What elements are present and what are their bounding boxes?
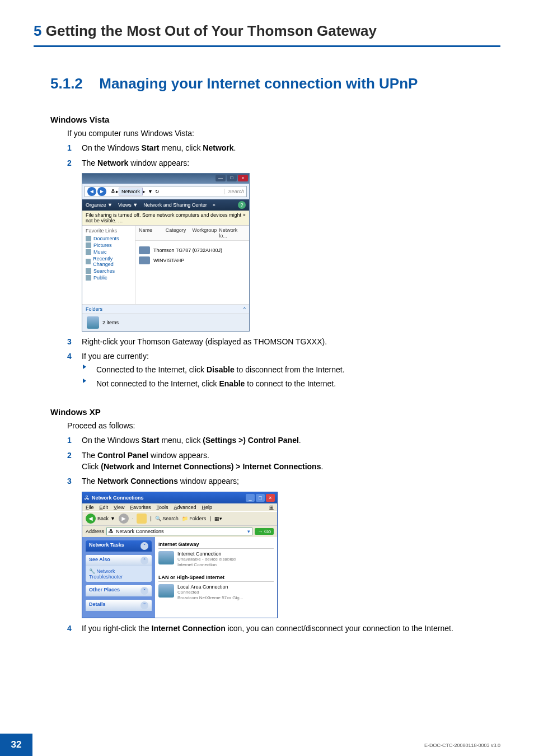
vista-window: — □ x ◄ ► 🖧 ▸ Network ▸ ▼ ↻ Search Organ…	[82, 173, 250, 332]
section-title: 5.1.2 Managing your Internet connection …	[34, 75, 500, 92]
folder-icon	[86, 259, 91, 264]
up-button[interactable]	[137, 514, 147, 524]
sidebar-public[interactable]: Public	[86, 275, 132, 281]
sidebar-recently-changed[interactable]: Recently Changed	[86, 256, 132, 267]
col-workgroup[interactable]: Workgroup	[193, 227, 219, 239]
search-button[interactable]: 🔍 Search	[155, 516, 179, 521]
network-icon: 🖧	[109, 529, 114, 534]
back-button[interactable]: ◄Back ▼	[86, 514, 115, 524]
menu-tools[interactable]: Tools	[156, 505, 168, 510]
xp-screenshot: 🖧 Network Connections _ □ × File Edit Vi…	[82, 492, 500, 618]
menu-view[interactable]: View	[114, 505, 124, 510]
folders-button[interactable]: 📁 Folders	[182, 516, 207, 521]
search-input[interactable]: Search	[224, 189, 244, 194]
favorite-links-heading: Favorite Links	[86, 228, 132, 234]
vista-bullet-2: Not connected to the Internet, click Ena…	[96, 378, 336, 389]
infobar-close-icon[interactable]: ×	[243, 212, 246, 223]
vista-titlebar[interactable]: — □ x	[82, 174, 249, 184]
xp-steps: 1 On the Windows Start menu, click (Sett…	[67, 435, 500, 487]
menu-file[interactable]: File	[86, 505, 94, 510]
lan-connection-item[interactable]: Local Area Connection Connected Broadcom…	[158, 584, 274, 601]
address-field[interactable]: 🖧Network Connections▾	[106, 528, 252, 535]
computer-icon	[139, 256, 150, 264]
panel-see-also[interactable]: See Alsoˆ 🔧 Network Troubleshooter	[86, 555, 152, 582]
svg-marker-0	[83, 365, 86, 369]
xp-titlebar[interactable]: 🖧 Network Connections _ □ ×	[82, 492, 277, 503]
minimize-button[interactable]: —	[216, 175, 226, 181]
chevron-icon[interactable]: ˆ	[140, 557, 148, 564]
col-location[interactable]: Network lo...	[219, 227, 246, 239]
panel-other-places[interactable]: Other Placesˇ	[86, 585, 152, 596]
col-name[interactable]: Name	[139, 227, 166, 239]
windows-flag-icon: ⊞	[269, 505, 274, 510]
window-title: Network Connections	[92, 495, 144, 501]
toolbar-more[interactable]: »	[213, 202, 216, 208]
step-marker: 4	[67, 623, 82, 634]
chevron-icon[interactable]: ˇ	[140, 601, 148, 609]
chapter-text: Getting the Most Out of Your Thomson Gat…	[46, 22, 377, 39]
xp-addressbar: Address 🖧Network Connections▾ → Go	[82, 526, 277, 537]
close-button[interactable]: x	[238, 175, 248, 181]
sidebar-documents[interactable]: Documents	[86, 236, 132, 241]
nav-fwd-icon[interactable]: ►	[97, 187, 106, 196]
section-number: 5.1.2	[50, 75, 95, 92]
connection-icon	[158, 584, 174, 598]
menu-help[interactable]: Help	[202, 505, 212, 510]
panel-details[interactable]: Detailsˇ	[86, 600, 152, 611]
sidebar-searches[interactable]: Searches	[86, 268, 132, 274]
chevron-up-icon: ^	[243, 306, 246, 312]
sharing-center-button[interactable]: Network and Sharing Center	[143, 202, 207, 208]
folder-icon	[86, 268, 91, 274]
vista-bullet-1: Connected to the Internet, click Disable…	[96, 364, 345, 375]
internet-connection-item[interactable]: Internet Connection Unavailable - device…	[158, 551, 274, 568]
network-item-pc[interactable]: WINVISTAHP	[139, 256, 246, 264]
xp-intro: Proceed as follows:	[67, 420, 500, 431]
chapter-title: 5 Getting the Most Out of Your Thomson G…	[34, 22, 500, 47]
panel-network-tasks[interactable]: Network Tasksˇ	[86, 540, 152, 552]
folders-pane-toggle[interactable]: Folders ^	[82, 304, 249, 314]
step-marker: 2	[67, 450, 82, 473]
breadcrumb-network[interactable]: Network	[119, 188, 143, 195]
network-item-gateway[interactable]: Thomson TG787 (0732AH00J)	[139, 246, 246, 254]
sidebar-pictures[interactable]: Pictures	[86, 242, 132, 248]
forward-button[interactable]: ►	[119, 514, 129, 524]
menu-favorites[interactable]: Favorites	[130, 505, 151, 510]
xp-step-2: The Control Panel window appears. Click …	[82, 450, 500, 473]
network-troubleshooter-link[interactable]: 🔧 Network Troubleshooter	[86, 566, 152, 582]
column-headers[interactable]: Name Category Workgroup Network lo...	[135, 226, 249, 241]
xp-window: 🖧 Network Connections _ □ × File Edit Vi…	[82, 492, 278, 618]
menu-edit[interactable]: Edit	[100, 505, 109, 510]
vista-intro: If you computer runs Windows Vista:	[67, 128, 500, 139]
chevron-icon[interactable]: ˇ	[140, 542, 148, 550]
folder-icon	[86, 249, 91, 255]
vista-step-1: On the Windows Start menu, click Network…	[82, 142, 500, 153]
menu-advanced[interactable]: Advanced	[174, 505, 196, 510]
step-marker: 1	[67, 435, 82, 446]
connection-icon	[158, 551, 174, 564]
xp-sidepanel: Network Tasksˇ See Alsoˆ 🔧 Network Troub…	[82, 537, 155, 618]
maximize-button[interactable]: □	[227, 175, 237, 181]
vista-steps: 1 On the Windows Start menu, click Netwo…	[67, 142, 500, 169]
xp-menubar[interactable]: File Edit View Favorites Tools Advanced …	[82, 503, 277, 511]
vista-address-bar[interactable]: ◄ ► 🖧 ▸ Network ▸ ▼ ↻ Search	[85, 186, 247, 197]
organize-menu[interactable]: Organize ▼	[86, 202, 113, 208]
col-category[interactable]: Category	[166, 227, 193, 239]
xp-mainpane: Internet Gateway Internet Connection Una…	[155, 537, 277, 618]
nav-back-icon[interactable]: ◄	[87, 187, 96, 196]
vista-heading: Windows Vista	[50, 115, 500, 124]
step-marker: 3	[67, 336, 82, 347]
close-button[interactable]: ×	[266, 494, 275, 502]
breadcrumb-root-icon[interactable]: 🖧	[111, 189, 116, 194]
chevron-icon[interactable]: ˇ	[140, 587, 148, 595]
views-menu[interactable]: Views ▼	[118, 202, 138, 208]
folder-icon	[86, 275, 91, 281]
minimize-button[interactable]: _	[246, 494, 255, 502]
go-button[interactable]: → Go	[255, 528, 274, 535]
vista-steps-cont: 3 Right-click your Thomson Gateway (disp…	[67, 336, 500, 391]
folder-icon	[86, 236, 91, 241]
vista-infobar[interactable]: File sharing is turned off. Some network…	[82, 211, 249, 226]
help-icon[interactable]: ?	[238, 201, 246, 209]
maximize-button[interactable]: □	[256, 494, 265, 502]
views-button[interactable]: ▦▾	[214, 516, 222, 521]
sidebar-music[interactable]: Music	[86, 249, 132, 255]
